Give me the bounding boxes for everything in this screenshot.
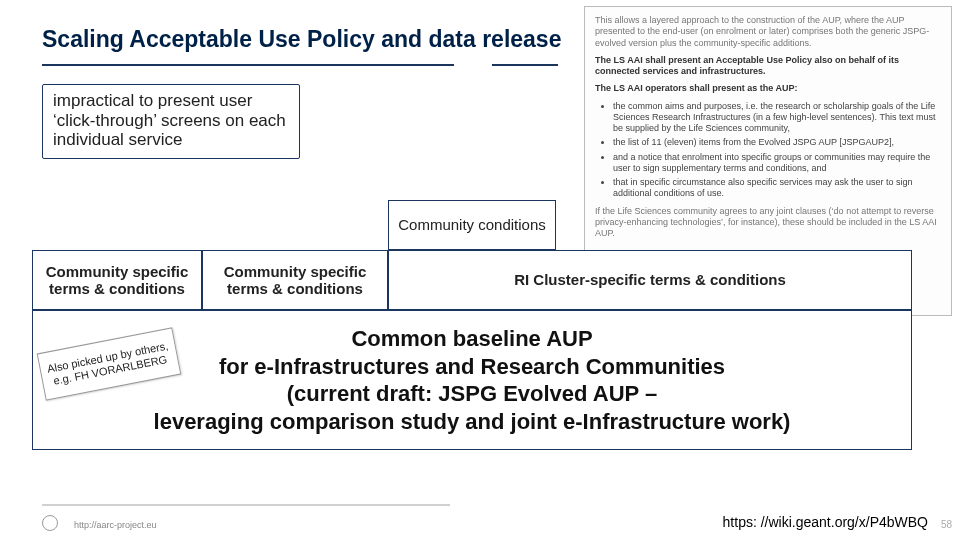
tier-row: Community specific terms & conditions Co… (32, 250, 912, 310)
doc-line2: The LS AAI operators shall present as th… (595, 83, 797, 93)
base-aup-text: Common baseline AUP for e-Infrastructure… (154, 325, 791, 435)
footer-url[interactable]: http://aarc-project.eu (74, 520, 157, 530)
footer-wiki-link[interactable]: https: //wiki.geant.org/x/P4bWBQ (723, 514, 928, 530)
page-number: 58 (941, 519, 952, 530)
doc-bullet: and a notice that enrolment into specifi… (613, 152, 941, 175)
tier-community-conditions: Community conditions (388, 200, 556, 250)
callout-box: impractical to present user ‘click-throu… (42, 84, 300, 159)
doc-intro: This allows a layered approach to the co… (595, 15, 941, 49)
doc-bullet: the common aims and purposes, i.e. the r… (613, 101, 941, 135)
doc-bullet-list: the common aims and purposes, i.e. the r… (613, 101, 941, 200)
footer-divider (42, 504, 450, 506)
doc-outro: If the Life Sciences community agrees to… (595, 206, 941, 240)
tier-mid: Community specific terms & conditions (202, 250, 388, 310)
slide-title: Scaling Acceptable Use Policy and data r… (42, 26, 561, 53)
doc-line1: The LS AAI shall present an Acceptable U… (595, 55, 899, 76)
doc-bullet: the list of 11 (eleven) items from the E… (613, 137, 941, 148)
doc-bullet: that in specific circumstance also speci… (613, 177, 941, 200)
title-underline (42, 64, 454, 66)
aarc-logo-icon (42, 514, 66, 532)
slide: Scaling Acceptable Use Policy and data r… (0, 0, 960, 540)
title-underline-right (492, 64, 558, 66)
tier-right: RI Cluster-specific terms & conditions (388, 250, 912, 310)
tier-left: Community specific terms & conditions (32, 250, 202, 310)
